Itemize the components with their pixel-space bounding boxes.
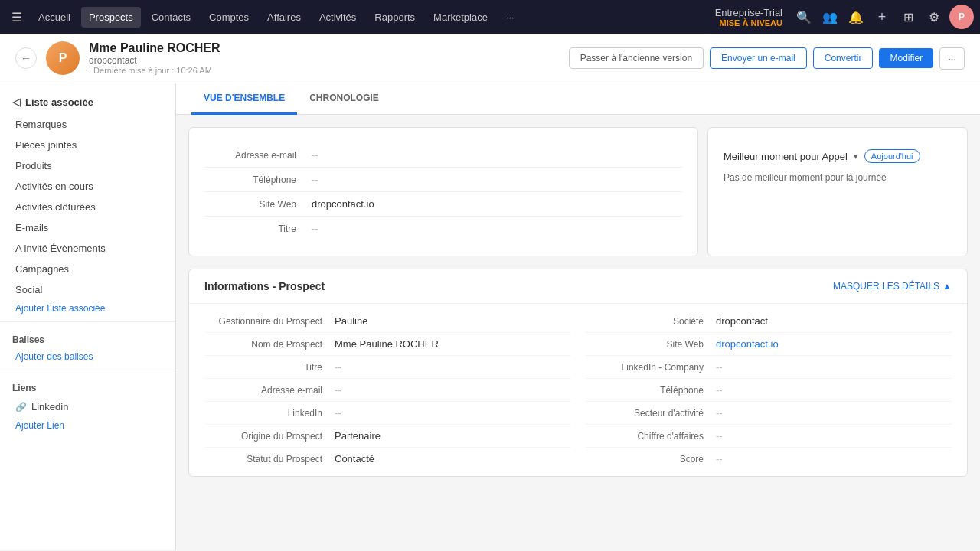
- contacts-icon[interactable]: 👥: [819, 6, 841, 28]
- tab-chronologie[interactable]: CHRONOLOGIE: [297, 83, 391, 115]
- grid-icon[interactable]: ⊞: [897, 6, 919, 28]
- gestionnaire-value: Pauline: [335, 315, 570, 327]
- header-actions: Passer à l'ancienne version Envoyer un e…: [569, 47, 965, 70]
- info-left-col: Gestionnaire du Prospect Pauline Nom de …: [204, 310, 570, 470]
- sidebar-header: ◁ Liste associée: [0, 93, 175, 114]
- section-header: Informations - Prospect MASQUER LES DÉTA…: [189, 269, 967, 304]
- origine-label: Origine du Prospect: [204, 431, 335, 442]
- nom-label: Nom de Prospect: [204, 339, 335, 350]
- call-label: Meilleur moment pour Appel: [724, 151, 848, 162]
- sidebar-item-campagnes[interactable]: Campagnes: [0, 259, 175, 279]
- contact-avatar: P: [46, 41, 80, 75]
- linkedin-icon: 🔗: [15, 402, 27, 412]
- chiffre-value: --: [716, 430, 952, 442]
- email-label: Adresse e-mail: [204, 150, 312, 161]
- field-titre: Titre --: [204, 217, 682, 240]
- toggle-label: MASQUER LES DÉTAILS: [833, 281, 939, 292]
- user-avatar[interactable]: P: [949, 5, 974, 29]
- old-version-button[interactable]: Passer à l'ancienne version: [569, 47, 704, 69]
- call-time-card: Meilleur moment pour Appel ▾ Aujourd'hui…: [707, 127, 968, 256]
- brand-info: Entreprise-Trial MISE À NIVEAU: [715, 7, 782, 28]
- sidebar-header-label: Liste associée: [25, 96, 93, 108]
- settings-icon[interactable]: ⚙: [923, 6, 945, 28]
- nom-value: Mme Pauline ROCHER: [335, 338, 570, 350]
- sidebar-item-activites-cours[interactable]: Activités en cours: [0, 176, 175, 197]
- nav-marketplace[interactable]: Marketplace: [426, 7, 495, 28]
- tabs-bar: VUE D'ENSEMBLE CHRONOLOGIE: [176, 83, 980, 115]
- sidebar-item-activites-cloturees[interactable]: Activités clôturées: [0, 197, 175, 217]
- info-origine: Origine du Prospect Partenaire: [204, 425, 570, 448]
- add-list-link[interactable]: Ajouter Liste associée: [0, 300, 175, 317]
- adresse-email-value: --: [335, 384, 570, 396]
- statut-label: Statut du Prospect: [204, 454, 335, 465]
- nav-affaires[interactable]: Affaires: [260, 7, 309, 28]
- search-icon[interactable]: 🔍: [793, 6, 815, 28]
- linkedin-company-value: --: [716, 361, 952, 373]
- sidebar-item-pieces[interactable]: Pièces jointes: [0, 135, 175, 155]
- sidebar-item-linkedin[interactable]: 🔗 Linkedin: [0, 396, 175, 417]
- contact-name: Mme Pauline ROCHER: [89, 41, 560, 55]
- info-statut: Statut du Prospect Contacté: [204, 448, 570, 470]
- nav-accueil[interactable]: Accueil: [31, 7, 78, 28]
- score-value: --: [716, 453, 952, 465]
- secteur-value: --: [716, 407, 952, 419]
- nav-prospects[interactable]: Prospects: [81, 7, 141, 28]
- call-dropdown-icon[interactable]: ▾: [854, 152, 858, 161]
- add-balises-link[interactable]: Ajouter des balises: [0, 348, 175, 365]
- brand-name: Entreprise-Trial: [715, 7, 782, 18]
- societe-label: Société: [586, 316, 716, 327]
- tab-overview[interactable]: VUE D'ENSEMBLE: [191, 83, 297, 115]
- site-web-value[interactable]: dropcontact.io: [716, 338, 952, 350]
- more-button[interactable]: ···: [939, 47, 965, 70]
- plus-icon[interactable]: +: [871, 6, 893, 28]
- societe-value: dropcontact: [716, 315, 952, 327]
- sidebar-item-remarques[interactable]: Remarques: [0, 114, 175, 135]
- call-time-row: Meilleur moment pour Appel ▾ Aujourd'hui: [724, 143, 952, 169]
- add-lien-link[interactable]: Ajouter Lien: [0, 417, 175, 434]
- send-email-button[interactable]: Envoyer un e-mail: [710, 47, 807, 69]
- nav-contacts[interactable]: Contacts: [144, 7, 198, 28]
- nav-rapports[interactable]: Rapports: [367, 7, 423, 28]
- titre-label: Titre: [204, 223, 312, 234]
- field-website: Site Web dropcontact.io: [204, 192, 682, 217]
- contact-info: Mme Pauline ROCHER dropcontact · Dernièr…: [89, 41, 560, 75]
- info-tel-right: Téléphone --: [586, 379, 952, 402]
- sidebar-section-liens: Liens: [0, 375, 175, 396]
- sidebar-item-emails[interactable]: E-mails: [0, 217, 175, 238]
- titre2-label: Titre: [204, 362, 335, 373]
- info-right-col: Société dropcontact Site Web dropcontact…: [586, 310, 952, 470]
- nav-activites[interactable]: Activités: [312, 7, 364, 28]
- info-site-web: Site Web dropcontact.io: [586, 333, 952, 356]
- tel-right-value: --: [716, 384, 952, 396]
- top-navigation: ☰ Accueil Prospects Contacts Comptes Aff…: [0, 0, 980, 34]
- website-label: Site Web: [204, 199, 312, 210]
- sidebar-item-social[interactable]: Social: [0, 279, 175, 300]
- sidebar-divider-2: [0, 370, 175, 370]
- contact-fields-card: Adresse e-mail -- Téléphone -- Site Web …: [188, 127, 698, 256]
- section-title: Informations - Prospect: [204, 280, 325, 292]
- brand-upgrade[interactable]: MISE À NIVEAU: [719, 18, 782, 28]
- nav-more[interactable]: ···: [498, 7, 522, 28]
- info-adresse-email: Adresse e-mail --: [204, 379, 570, 402]
- linkedin-value: --: [335, 407, 570, 419]
- hide-details-button[interactable]: MASQUER LES DÉTAILS ▲: [833, 281, 952, 292]
- titre-value: --: [312, 223, 318, 234]
- menu-icon[interactable]: ☰: [6, 6, 28, 28]
- info-score: Score --: [586, 448, 952, 470]
- sidebar-item-produits[interactable]: Produits: [0, 155, 175, 176]
- main-content: VUE D'ENSEMBLE CHRONOLOGIE Adresse e-mai…: [176, 83, 980, 550]
- back-button[interactable]: ←: [15, 47, 37, 69]
- sidebar-divider-1: [0, 321, 175, 322]
- convert-button[interactable]: Convertir: [813, 47, 874, 69]
- call-today-badge[interactable]: Aujourd'hui: [864, 149, 920, 163]
- list-icon: ◁: [12, 96, 21, 108]
- nav-comptes[interactable]: Comptes: [201, 7, 256, 28]
- adresse-email-label: Adresse e-mail: [204, 385, 335, 396]
- tel-right-label: Téléphone: [586, 385, 716, 396]
- edit-button[interactable]: Modifier: [879, 48, 933, 68]
- sidebar-section-balises: Balises: [0, 327, 175, 348]
- bell-icon[interactable]: 🔔: [845, 6, 867, 28]
- secteur-label: Secteur d'activité: [586, 408, 716, 419]
- sidebar-item-evenements[interactable]: A invité Évènements: [0, 238, 175, 259]
- website-value: dropcontact.io: [312, 198, 374, 210]
